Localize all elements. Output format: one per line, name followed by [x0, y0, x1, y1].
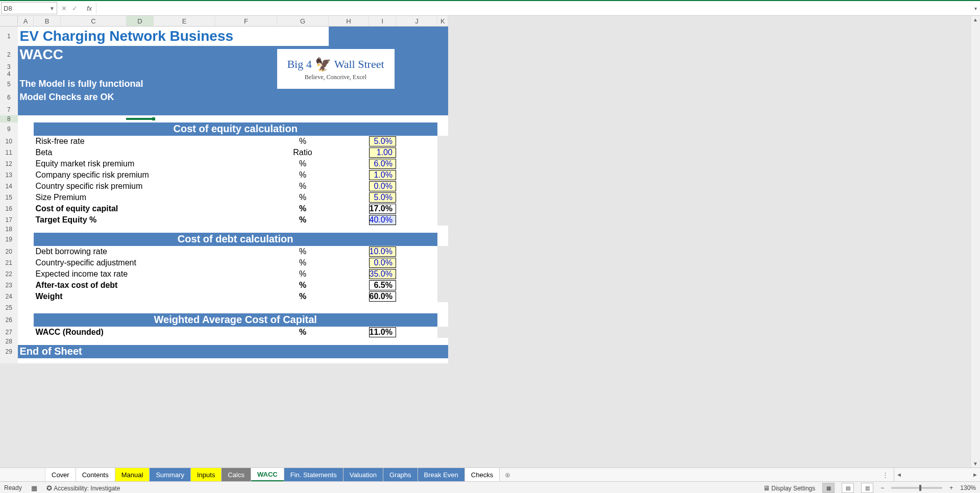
row-header[interactable]: 17	[0, 214, 18, 226]
row-header[interactable]: 18	[0, 226, 18, 233]
label: Cost of equity capital	[34, 204, 277, 213]
unit: %	[277, 269, 329, 279]
zoom-slider[interactable]	[891, 487, 942, 489]
row-header[interactable]: 11	[0, 147, 18, 158]
value-input[interactable]: 1.0%	[369, 170, 396, 180]
row-header[interactable]: 13	[0, 169, 18, 181]
row-header[interactable]: 6	[0, 91, 18, 104]
display-icon: 🖥	[763, 484, 772, 492]
col-header-I[interactable]: I	[369, 16, 396, 27]
scroll-down-icon[interactable]: ▼	[973, 461, 978, 466]
tab-cover[interactable]: Cover	[45, 468, 76, 481]
label: Target Equity %	[34, 215, 277, 225]
value-input[interactable]: 35.0%	[369, 269, 396, 279]
scroll-up-icon[interactable]: ▲	[973, 17, 978, 22]
row-header[interactable]: 2	[0, 46, 18, 63]
tab-inputs[interactable]: Inputs	[191, 468, 222, 481]
value-input[interactable]: 5.0%	[369, 136, 396, 146]
value-input[interactable]: 10.0%	[369, 246, 396, 257]
row-header[interactable]: 26	[0, 313, 18, 327]
chevron-down-icon[interactable]: ▼	[50, 6, 55, 11]
new-sheet-icon[interactable]: ⊕	[500, 468, 515, 481]
tab-calcs[interactable]: Calcs	[222, 468, 251, 481]
col-header-A[interactable]: A	[18, 16, 34, 27]
row-header[interactable]: 28	[0, 338, 18, 345]
label: Weight	[34, 292, 277, 301]
row-header[interactable]: 12	[0, 158, 18, 169]
unit: Ratio	[277, 148, 329, 157]
tab-manual[interactable]: Manual	[115, 468, 150, 481]
spreadsheet-grid[interactable]: A B C D E F G H I J K 1 EV Charging Netw…	[0, 16, 970, 467]
row-header[interactable]: 8	[0, 115, 18, 122]
select-all-corner[interactable]	[0, 16, 18, 27]
unit: %	[277, 247, 329, 256]
unit: %	[277, 292, 329, 301]
formula-input[interactable]	[96, 3, 974, 14]
row-header[interactable]: 9	[0, 122, 18, 136]
formula-bar: D8 ▼ ✕ ✓ fx ▾	[0, 1, 980, 16]
row-header[interactable]: 3	[0, 63, 18, 70]
col-header-D[interactable]: D	[127, 16, 154, 27]
row-header[interactable]: 25	[0, 302, 18, 313]
row-header[interactable]: 15	[0, 192, 18, 203]
value-input[interactable]: 6.0%	[369, 159, 396, 169]
row-header[interactable]: 21	[0, 257, 18, 268]
display-settings[interactable]: 🖥 Display Settings	[763, 484, 816, 492]
value-input[interactable]: 0.0%	[369, 258, 396, 268]
tab-fin[interactable]: Fin. Statements	[284, 468, 344, 481]
row-header[interactable]: 29	[0, 345, 18, 358]
row-header[interactable]: 1	[0, 27, 18, 46]
macro-icon[interactable]: ▦	[31, 484, 37, 492]
horizontal-scrollbar[interactable]: ◄►	[894, 468, 980, 481]
tab-wacc[interactable]: WACC	[251, 468, 284, 481]
row-header[interactable]: 4	[0, 70, 18, 78]
row-header[interactable]: 5	[0, 78, 18, 91]
col-header-F[interactable]: F	[215, 16, 277, 27]
row-header[interactable]: 16	[0, 203, 18, 214]
tab-checks[interactable]: Checks	[465, 468, 500, 481]
view-layout-icon[interactable]: ▤	[842, 483, 854, 493]
row-header[interactable]: 14	[0, 181, 18, 192]
unit: %	[277, 193, 329, 202]
vertical-scrollbar[interactable]: ▲ ▼	[970, 16, 980, 467]
row-header[interactable]: 19	[0, 233, 18, 246]
row-header[interactable]: 22	[0, 268, 18, 280]
row-header[interactable]: 24	[0, 291, 18, 302]
value-input[interactable]: 5.0%	[369, 192, 396, 203]
col-header-J[interactable]: J	[396, 16, 437, 27]
value-input[interactable]: 0.0%	[369, 181, 396, 191]
model-status-2: Model Checks are OK	[18, 92, 437, 103]
label: Company specific risk premium	[34, 170, 277, 180]
tab-contents[interactable]: Contents	[76, 468, 115, 481]
col-header-E[interactable]: E	[154, 16, 215, 27]
name-box[interactable]: D8 ▼	[1, 2, 57, 14]
row-header[interactable]: 23	[0, 280, 18, 291]
row-header[interactable]: 7	[0, 104, 18, 115]
zoom-out-icon[interactable]: −	[880, 484, 884, 491]
status-bar: Ready ▦ ✪ Accessibility: Investigate 🖥 D…	[0, 481, 980, 493]
view-pagebreak-icon[interactable]: ▥	[861, 483, 873, 493]
formula-expand-icon[interactable]: ▾	[974, 6, 977, 11]
col-header-H[interactable]: H	[329, 16, 369, 27]
col-header-C[interactable]: C	[61, 16, 127, 27]
row-header[interactable]: 20	[0, 246, 18, 257]
row-header[interactable]: 10	[0, 136, 18, 147]
view-normal-icon[interactable]: ▦	[822, 483, 835, 493]
tab-valuation[interactable]: Valuation	[344, 468, 383, 481]
fx-icon[interactable]: fx	[87, 5, 92, 12]
value-input[interactable]: 1.00	[369, 147, 396, 158]
col-header-B[interactable]: B	[34, 16, 61, 27]
tab-options-icon[interactable]: ⋮	[877, 468, 894, 481]
col-header-G[interactable]: G	[277, 16, 329, 27]
zoom-in-icon[interactable]: +	[949, 484, 953, 491]
accessibility-status[interactable]: ✪ Accessibility: Investigate	[46, 484, 120, 492]
tab-break[interactable]: Break Even	[418, 468, 465, 481]
label: Equity market risk premium	[34, 159, 277, 168]
tab-graphs[interactable]: Graphs	[383, 468, 418, 481]
tab-summary[interactable]: Summary	[150, 468, 191, 481]
row-header[interactable]	[0, 358, 18, 363]
label: Debt borrowing rate	[34, 247, 277, 256]
zoom-level[interactable]: 130%	[960, 484, 976, 491]
col-header-K[interactable]: K	[437, 16, 448, 27]
row-header[interactable]: 27	[0, 327, 18, 338]
